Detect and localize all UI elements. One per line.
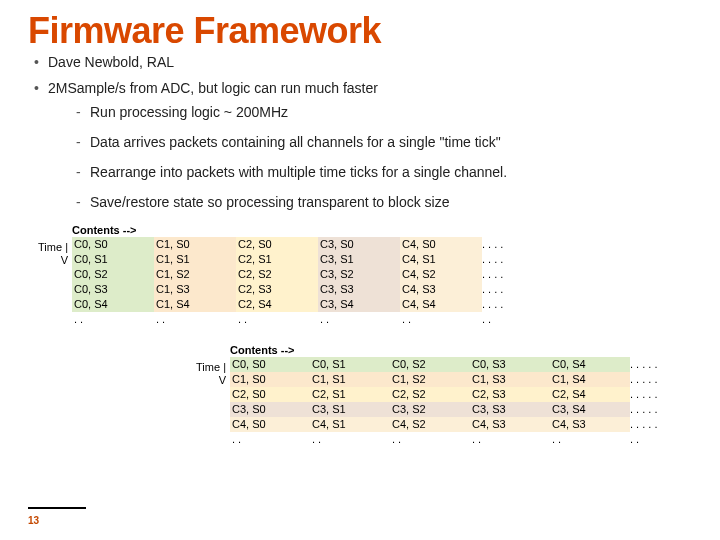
ellipsis: . . . . .: [630, 372, 664, 387]
ellipsis: . . . .: [482, 237, 516, 252]
more-dots: . .: [230, 432, 310, 447]
slide: Firmware Framework Dave Newbold, RAL 2MS…: [0, 0, 720, 540]
table-row: C0, S4 C1, S4 C2, S4 C3, S4 C4, S4 . . .…: [72, 297, 516, 312]
more-dots: . .: [550, 432, 630, 447]
ellipsis: . . . . .: [630, 417, 664, 432]
time-label-1: Time | V: [10, 241, 68, 267]
cell: C1, S0: [154, 237, 236, 252]
time-label-2: Time | V: [168, 361, 226, 387]
more-dots: . .: [630, 432, 664, 447]
bullet-main-text: 2MSample/s from ADC, but logic can run m…: [48, 80, 378, 96]
table-row: C0, S0 C1, S0 C2, S0 C3, S0 C4, S0 . . .…: [72, 237, 516, 252]
more-dots: . .: [154, 312, 236, 327]
cell: C2, S1: [310, 387, 390, 402]
sub-bullet-4: Save/restore state so processing transpa…: [76, 194, 692, 210]
ellipsis: . . . . .: [630, 402, 664, 417]
more-dots: . .: [470, 432, 550, 447]
page-footer: 13: [28, 507, 86, 526]
cell: C2, S4: [236, 297, 318, 312]
table-more-row: . . . . . . . . . . . .: [230, 432, 664, 447]
table-row: C3, S0 C3, S1 C3, S2 C3, S3 C3, S4 . . .…: [230, 402, 664, 417]
more-dots: . .: [236, 312, 318, 327]
ellipsis: . . . . .: [630, 357, 664, 372]
cell: C1, S2: [390, 372, 470, 387]
ellipsis: . . . . .: [630, 387, 664, 402]
cell: C2, S0: [230, 387, 310, 402]
ellipsis: . . . .: [482, 282, 516, 297]
cell: C3, S4: [318, 297, 400, 312]
table-row: C0, S1 C1, S1 C2, S1 C3, S1 C4, S1 . . .…: [72, 252, 516, 267]
cell: C1, S0: [230, 372, 310, 387]
bullet-list: Dave Newbold, RAL 2MSample/s from ADC, b…: [34, 54, 692, 210]
cell: C4, S2: [390, 417, 470, 432]
cell: C4, S0: [400, 237, 482, 252]
table-row: C4, S0 C4, S1 C4, S2 C4, S3 C4, S3 . . .…: [230, 417, 664, 432]
sub-bullet-2: Data arrives packets containing all chan…: [76, 134, 692, 150]
slide-title: Firmware Framework: [28, 10, 692, 52]
footer-rule: [28, 507, 86, 509]
cell: C4, S1: [400, 252, 482, 267]
ellipsis: . . . .: [482, 267, 516, 282]
cell: C1, S4: [154, 297, 236, 312]
cell: C2, S2: [390, 387, 470, 402]
cell: C2, S4: [550, 387, 630, 402]
contents-header-2: Contents -->: [230, 344, 664, 356]
time-v: V: [168, 374, 226, 387]
table-row: C1, S0 C1, S1 C1, S2 C1, S3 C1, S4 . . .…: [230, 372, 664, 387]
ellipsis: . . . .: [482, 252, 516, 267]
table-row: C0, S2 C1, S2 C2, S2 C3, S2 C4, S2 . . .…: [72, 267, 516, 282]
cell: C4, S2: [400, 267, 482, 282]
cell: C4, S3: [550, 417, 630, 432]
sub-bullet-1: Run processing logic ~ 200MHz: [76, 104, 692, 120]
more-dots: . .: [72, 312, 154, 327]
cell: C0, S2: [72, 267, 154, 282]
cell: C0, S4: [72, 297, 154, 312]
more-dots: . .: [400, 312, 482, 327]
time-text: Time |: [10, 241, 68, 254]
cell: C2, S0: [236, 237, 318, 252]
bullet-author: Dave Newbold, RAL: [34, 54, 692, 70]
contents-header-1: Contents -->: [72, 224, 516, 236]
cell: C3, S4: [550, 402, 630, 417]
cell: C0, S1: [72, 252, 154, 267]
cell: C2, S2: [236, 267, 318, 282]
cell: C3, S0: [318, 237, 400, 252]
cell: C2, S3: [236, 282, 318, 297]
cell: C0, S4: [550, 357, 630, 372]
table-row: C2, S0 C2, S1 C2, S2 C2, S3 C2, S4 . . .…: [230, 387, 664, 402]
cell: C3, S1: [310, 402, 390, 417]
table-1-grid: Contents --> C0, S0 C1, S0 C2, S0 C3, S0…: [72, 224, 516, 327]
time-v: V: [10, 254, 68, 267]
cell: C4, S4: [400, 297, 482, 312]
sub-bullet-3: Rearrange into packets with multiple tim…: [76, 164, 692, 180]
cell: C3, S2: [390, 402, 470, 417]
cell: C0, S3: [470, 357, 550, 372]
sub-bullet-list: Run processing logic ~ 200MHz Data arriv…: [76, 104, 692, 210]
cell: C1, S2: [154, 267, 236, 282]
cell: C3, S3: [318, 282, 400, 297]
cell: C1, S3: [470, 372, 550, 387]
cell: C3, S1: [318, 252, 400, 267]
table-more-row: . . . . . . . . . . . .: [72, 312, 516, 327]
cell: C0, S2: [390, 357, 470, 372]
cell: C0, S0: [72, 237, 154, 252]
bullet-main: 2MSample/s from ADC, but logic can run m…: [34, 80, 692, 210]
cell: C4, S3: [400, 282, 482, 297]
cell: C4, S1: [310, 417, 390, 432]
page-number: 13: [28, 515, 86, 526]
cell: C1, S3: [154, 282, 236, 297]
more-dots: . .: [482, 312, 516, 327]
cell: C4, S0: [230, 417, 310, 432]
cell: C0, S3: [72, 282, 154, 297]
ellipsis: . . . .: [482, 297, 516, 312]
cell: C1, S1: [310, 372, 390, 387]
table-row: C0, S3 C1, S3 C2, S3 C3, S3 C4, S3 . . .…: [72, 282, 516, 297]
cell: C2, S3: [470, 387, 550, 402]
cell: C1, S1: [154, 252, 236, 267]
more-dots: . .: [318, 312, 400, 327]
time-text: Time |: [168, 361, 226, 374]
cell: C3, S2: [318, 267, 400, 282]
more-dots: . .: [390, 432, 470, 447]
cell: C3, S3: [470, 402, 550, 417]
cell: C2, S1: [236, 252, 318, 267]
